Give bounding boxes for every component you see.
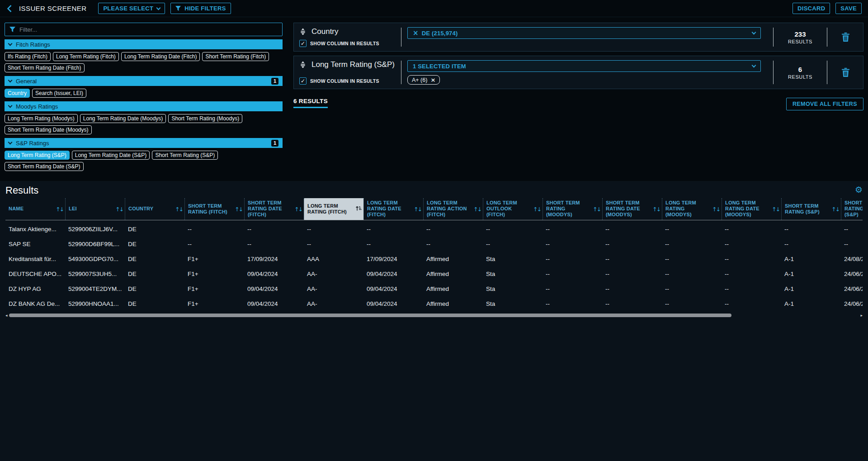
remove-tag-icon[interactable]: × [430,76,435,83]
table-row[interactable]: Kreditanstalt für...549300GDPG70...DEF1+… [5,252,863,266]
column-header[interactable]: LONG TERM OUTLOOK (FITCH)↑↓ [483,198,542,220]
filter-chip[interactable]: Country [5,89,30,98]
table-row[interactable]: SAP SE529900D6BF99L...DE----------------… [5,237,863,252]
column-header[interactable]: SHORT TERM RATING DATE (MOODYS)↑↓ [602,198,662,220]
table-cell: DE [125,256,184,262]
column-header[interactable]: LEI↑↓ [65,198,125,220]
column-header[interactable]: SHORT TERM RATING DATE (FITCH)↑↓ [244,198,304,220]
filter-chip[interactable]: Long Term Rating Date (Moodys) [80,114,166,123]
table-row[interactable]: DZ BANK AG De...529900HNOAA1...DEF1+09/0… [5,296,863,311]
column-header[interactable]: SHORT TERM RATING DATE (S&P)↑↓ [841,198,863,220]
page-title: ISSUER SCREENER [19,5,86,12]
filter-value-select[interactable]: ×DE (215,974) [407,27,761,39]
column-header[interactable]: SHORT TERM RATING (S&P)↑↓ [781,198,841,220]
back-icon[interactable] [6,5,13,13]
filter-value-select[interactable]: 1 SELECTED ITEM [407,60,761,72]
gear-icon[interactable]: ⚙ [855,185,863,195]
show-column-toggle[interactable]: ✓SHOW COLUMN IN RESULTS [299,77,395,85]
save-button[interactable]: SAVE [835,3,862,14]
column-header[interactable]: NAME↑↓ [5,198,65,220]
show-column-checkbox[interactable]: ✓ [299,40,307,47]
sort-icon[interactable]: ↑↓ [473,205,481,212]
table-cell: -- [662,256,722,262]
divider [827,28,827,47]
filter-chip[interactable]: Ifs Rating (Fitch) [5,52,51,61]
filter-section-header[interactable]: S&P Ratings1 [5,138,283,148]
sort-icon[interactable]: ↑↓ [414,205,421,212]
column-header[interactable]: LONG TERM RATING ACTION (FITCH)↑↓ [423,198,483,220]
show-column-label: SHOW COLUMN IN RESULTS [310,78,379,84]
filter-section-label: General [16,78,267,85]
scroll-right-icon[interactable]: ▸ [860,313,863,318]
remove-filter-button[interactable] [833,27,858,47]
filter-chip[interactable]: Long Term Rating (Moodys) [5,114,78,123]
sort-icon[interactable]: ↑↓ [652,205,660,212]
sort-icon[interactable]: ↑↓ [593,205,600,212]
filter-chip[interactable]: Short Term Rating Date (Moodys) [5,125,92,134]
discard-button[interactable]: DISCARD [793,3,830,14]
filter-chip[interactable]: Long Term Rating (Fitch) [53,52,119,61]
filter-sections: Fitch RatingsIfs Rating (Fitch)Long Term… [5,39,283,171]
filter-chip[interactable]: Long Term Rating Date (Fitch) [121,52,200,61]
filter-chip[interactable]: Short Term Rating Date (Fitch) [5,63,85,72]
sort-icon[interactable]: ↑↓ [235,205,242,212]
table-cell: 549300GDPG70... [65,256,125,262]
column-header[interactable]: LONG TERM RATING (MOODYS)↑↓ [662,198,722,220]
results-count-tab[interactable]: 6 RESULTS [293,98,328,108]
drag-handle-icon[interactable] [299,61,307,68]
table-cell: -- [662,271,722,277]
sort-icon[interactable]: ↑↓ [294,205,302,212]
column-header[interactable]: SHORT TERM RATING (FITCH)↑↓ [184,198,244,220]
column-header[interactable]: SHORT TERM RATING (MOODYS)↑↓ [542,198,602,220]
filter-chip[interactable]: Short Term Rating (Moodys) [168,114,242,123]
sort-icon[interactable]: ↑↓ [56,205,63,212]
view-select-dropdown[interactable]: PLEASE SELECT [98,3,165,14]
show-column-checkbox[interactable]: ✓ [299,77,307,85]
filter-chip[interactable]: Short Term Rating Date (S&P) [5,162,84,171]
table-cell: -- [722,285,781,292]
scrollbar-track[interactable] [9,314,859,317]
filter-section-header[interactable]: Moodys Ratings [5,101,283,111]
filter-chip[interactable]: Short Term Rating (S&P) [152,151,218,160]
active-filter-card: Country✓SHOW COLUMN IN RESULTS×DE (215,9… [293,23,863,52]
drag-handle-icon[interactable] [299,28,307,35]
trash-icon[interactable] [841,33,850,42]
scrollbar-thumb[interactable] [9,314,732,317]
column-header[interactable]: LONG TERM RATING (FITCH) [304,198,363,220]
filter-chip[interactable]: Long Term Rating Date (S&P) [72,151,150,160]
sort-icon[interactable]: ↑↓ [175,205,183,212]
table-row[interactable]: Talanx Aktienge...5299006ZIILJ6V...DE---… [5,222,863,237]
selection-text: DE (215,974) [422,30,458,37]
column-header[interactable]: LONG TERM RATING DATE (MOODYS)↑↓ [722,198,781,220]
filter-chip[interactable]: Long Term Rating (S&P) [5,151,70,160]
remove-selection-icon[interactable]: × [413,29,419,37]
selection-text: 1 SELECTED ITEM [413,63,466,70]
selected-value-tag[interactable]: A+ (6)× [407,75,440,85]
table-cell: 5299004TE2DYM... [65,285,125,292]
sort-icon[interactable]: ↑↓ [712,205,720,212]
remove-filter-button[interactable] [833,60,858,85]
sort-ascending-icon[interactable] [355,205,362,213]
filter-input[interactable] [19,26,278,33]
table-cell: -- [662,300,722,307]
filter-section-header[interactable]: General1 [5,76,283,86]
table-row[interactable]: DEUTSCHE APO...5299007S3UH5...DEF1+09/04… [5,266,863,281]
hide-filters-button[interactable]: HIDE FILTERS [170,3,231,14]
horizontal-scrollbar[interactable]: ◂ ▸ [5,313,863,318]
sort-icon[interactable]: ↑↓ [115,205,123,212]
scroll-left-icon[interactable]: ◂ [5,313,8,318]
show-column-toggle[interactable]: ✓SHOW COLUMN IN RESULTS [299,40,395,47]
sort-icon[interactable]: ↑↓ [831,205,839,212]
column-header[interactable]: COUNTRY↑↓ [125,198,184,220]
sort-icon[interactable]: ↑↓ [533,205,541,212]
filter-chip-list: Long Term Rating (Moodys)Long Term Ratin… [5,111,283,135]
column-header[interactable]: LONG TERM RATING DATE (FITCH)↑↓ [363,198,423,220]
sort-icon[interactable]: ↑↓ [772,205,779,212]
trash-icon[interactable] [841,68,850,77]
filter-chip[interactable]: Search (Issuer, LEI) [32,89,86,98]
filter-chip[interactable]: Short Term Rating (Fitch) [202,52,269,61]
filter-result-count: 6RESULTS [779,60,821,85]
remove-all-filters-button[interactable]: REMOVE ALL FILTERS [786,98,863,110]
table-row[interactable]: DZ HYP AG5299004TE2DYM...DEF1+09/04/2024… [5,281,863,296]
filter-section-header[interactable]: Fitch Ratings [5,39,283,49]
